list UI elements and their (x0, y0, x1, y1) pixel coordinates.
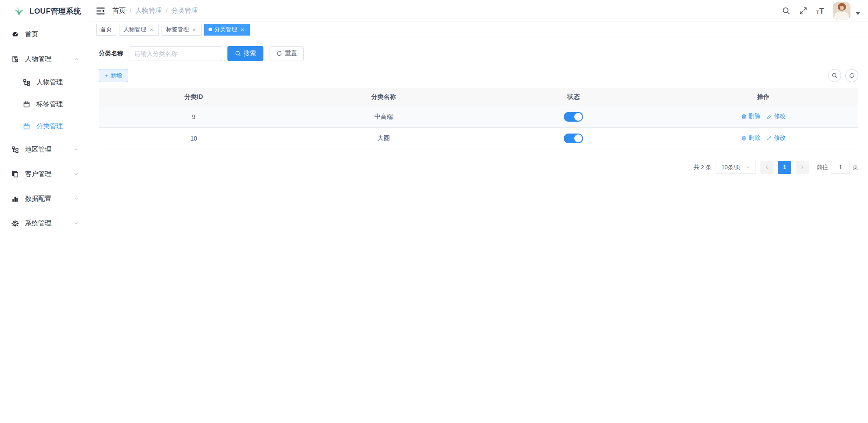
total-count: 共 2 条 (694, 163, 711, 171)
tab-category-management[interactable]: 分类管理 × (204, 24, 250, 36)
edit-label: 修改 (774, 134, 786, 142)
breadcrumb-item: 人物管理 (135, 7, 162, 15)
breadcrumb: 首页 / 人物管理 / 分类管理 (112, 7, 198, 15)
refresh-table-button[interactable] (845, 69, 858, 82)
tab-home[interactable]: 首页 (96, 24, 116, 36)
cell-id: 10 (99, 127, 289, 149)
prev-page-button[interactable] (760, 161, 774, 174)
font-size-big-t: T (819, 7, 824, 15)
category-name-input[interactable] (129, 46, 222, 61)
sidebar-item-person-management[interactable]: 人物管理 (0, 47, 89, 71)
trash-icon (741, 135, 747, 141)
status-toggle[interactable] (564, 112, 583, 122)
cell-actions: 删除 修改 (669, 106, 859, 127)
column-header-actions: 操作 (669, 88, 859, 106)
delete-label: 删除 (749, 134, 760, 142)
tab-label: 分类管理 (214, 25, 237, 33)
tree-icon (23, 79, 30, 86)
app-title: LOUF管理系统 (29, 6, 81, 16)
sidebar-subitem-tag-management[interactable]: 标签管理 (0, 93, 89, 115)
delete-button[interactable]: 删除 (741, 134, 760, 142)
copy-icon (11, 170, 19, 178)
chevron-down-icon (73, 147, 79, 152)
chevron-down-icon (745, 165, 750, 170)
toolbar-icons (828, 69, 858, 82)
font-size-icon[interactable]: TT (816, 7, 824, 15)
page-content: 分类名称 搜索 重置 + 新增 (89, 37, 868, 423)
pencil-icon (767, 114, 772, 119)
close-icon[interactable]: × (191, 26, 197, 33)
refresh-icon (276, 51, 282, 57)
chevron-up-icon (73, 56, 79, 62)
close-icon[interactable]: × (148, 26, 155, 33)
breadcrumb-item: 分类管理 (171, 7, 198, 15)
chevron-down-icon (73, 196, 79, 202)
edit-button[interactable]: 修改 (767, 134, 786, 142)
tab-label: 首页 (101, 25, 112, 33)
main-area: 首页 / 人物管理 / 分类管理 TT 首页 (89, 0, 868, 423)
category-name-label: 分类名称 (99, 50, 123, 58)
toggle-search-button[interactable] (828, 69, 841, 82)
table-row: 9 中高端 删除 (99, 106, 858, 127)
sidebar-subitem-person-management[interactable]: 人物管理 (0, 71, 89, 93)
sidebar-item-home[interactable]: 首页 (0, 22, 89, 47)
table-row: 10 大圈 删除 (99, 127, 858, 149)
delete-button[interactable]: 删除 (741, 112, 760, 120)
active-dot-icon (209, 28, 212, 31)
goto-page-input[interactable] (831, 161, 850, 174)
avatar[interactable] (833, 2, 850, 20)
fullscreen-icon[interactable] (799, 7, 807, 15)
tags-view: 首页 人物管理 × 标签管理 × 分类管理 × (89, 22, 868, 37)
toggle-knob (574, 113, 582, 121)
search-button[interactable]: 搜索 (227, 46, 263, 61)
cell-status (479, 127, 669, 149)
search-button-label: 搜索 (244, 50, 256, 58)
close-icon[interactable]: × (239, 26, 245, 33)
sidebar-item-label: 首页 (25, 30, 79, 39)
tab-tag-management[interactable]: 标签管理 × (162, 24, 202, 36)
sidebar-item-region-management[interactable]: 地区管理 (0, 137, 89, 162)
page-unit-label: 页 (853, 163, 858, 171)
gear-icon (11, 220, 19, 227)
logo[interactable]: LOUF管理系统 (0, 0, 89, 22)
sidebar-item-customer-management[interactable]: 客户管理 (0, 162, 89, 186)
cell-id: 9 (99, 106, 289, 127)
caret-down-icon[interactable] (856, 12, 860, 15)
sidebar-item-label: 数据配置 (25, 195, 67, 203)
tab-person-management[interactable]: 人物管理 × (119, 24, 159, 36)
breadcrumb-home[interactable]: 首页 (112, 7, 126, 15)
sidebar-subitem-category-management[interactable]: 分类管理 (0, 115, 89, 137)
sidebar-item-label: 人物管理 (25, 55, 67, 63)
reset-button[interactable]: 重置 (270, 46, 304, 61)
add-button-label: 新增 (111, 72, 122, 80)
category-table: 分类ID 分类名称 状态 操作 9 中高端 (99, 88, 858, 149)
goto-label: 前往 (817, 163, 828, 171)
sidebar-fold-icon[interactable] (96, 6, 105, 16)
edit-label: 修改 (774, 112, 786, 120)
cell-name: 大圈 (289, 127, 479, 149)
sidebar-item-system-management[interactable]: 系统管理 (0, 211, 89, 235)
search-form: 分类名称 搜索 重置 (99, 46, 858, 61)
sidebar-subitem-label: 标签管理 (36, 100, 63, 108)
pencil-icon (767, 135, 772, 141)
page-size-value: 10条/页 (721, 163, 741, 171)
next-page-button[interactable] (796, 161, 809, 174)
toggle-knob (574, 134, 582, 142)
refresh-icon (849, 72, 855, 79)
search-icon[interactable] (782, 7, 790, 15)
page-number-1[interactable]: 1 (778, 161, 791, 174)
dashboard-icon (11, 31, 19, 38)
calendar-icon (23, 123, 30, 130)
status-toggle[interactable] (564, 134, 583, 143)
calendar-icon (23, 101, 30, 108)
sidebar-item-data-config[interactable]: 数据配置 (0, 186, 89, 211)
table-toolbar: + 新增 (99, 69, 858, 82)
add-button[interactable]: + 新增 (99, 69, 128, 82)
cell-name: 中高端 (289, 106, 479, 127)
sidebar: LOUF管理系统 首页 人物管理 人物管理 标签管理 分类管理 地区管理 (0, 0, 89, 423)
plant-logo-icon (13, 6, 25, 16)
bar-chart-icon (11, 195, 19, 202)
navbar-right: TT (782, 2, 860, 20)
edit-button[interactable]: 修改 (767, 112, 786, 120)
page-size-select[interactable]: 10条/页 (716, 161, 756, 174)
